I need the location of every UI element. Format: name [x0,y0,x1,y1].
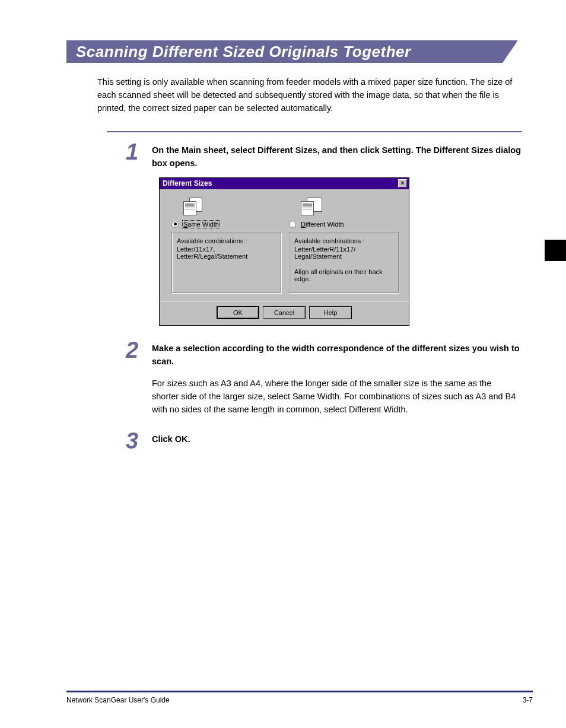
side-tab [545,240,566,261]
section-header: Scanning Different Sized Originals Toget… [66,40,517,63]
same-width-radio[interactable] [171,221,179,228]
footer-right: 3-7 [523,696,533,704]
different-width-label[interactable]: Different Width [300,220,345,228]
step-3: 3 Click OK. [126,430,533,452]
diff-combo-line1: Letter/LetterR/11x17/ [294,246,394,253]
same-combo-line2: LetterR/Legal/Statement [177,253,276,260]
step-text: Make a selection according to the width … [152,339,533,368]
step-text: Click OK. [152,430,190,446]
same-width-option: Same Width Available combinations : Lett… [168,198,285,294]
footer-left: Network ScanGear User's Guide [66,696,170,704]
same-combo-line1: Letter/11x17, [177,246,276,253]
same-combo-label: Available combinations : [177,237,276,244]
step-number: 2 [126,339,152,361]
step-2-paragraph: For sizes such as A3 and A4, where the l… [152,377,520,416]
intro-paragraph: This setting is only available when scan… [97,76,513,115]
diff-combo-label: Available combinations : [294,237,394,244]
step-number: 3 [126,430,152,452]
different-width-radio[interactable] [289,221,296,228]
ok-button[interactable]: OK [217,306,259,319]
dialog-titlebar: Different Sizes × [160,178,409,189]
step-2: 2 Make a selection according to the widt… [126,339,533,368]
cancel-button[interactable]: Cancel [263,306,306,319]
step-1: 1 On the Main sheet, select Different Si… [126,141,533,170]
different-sizes-dialog: Different Sizes × Same Width [159,177,409,326]
section-title: Scanning Different Sized Originals Toget… [76,43,411,61]
different-width-option: Different Width Available combinations :… [285,198,403,294]
help-button[interactable]: Help [309,306,352,319]
step-text: On the Main sheet, select Different Size… [152,141,533,170]
page-footer: Network ScanGear User's Guide 3-7 [66,691,533,704]
align-note-line2: edge. [294,275,394,282]
dialog-title: Different Sizes [163,179,212,187]
same-width-group: Available combinations : Letter/11x17, L… [171,232,282,294]
different-width-icon [301,198,322,215]
divider [107,131,522,132]
diff-combo-line2: Legal/Statement [294,253,394,260]
same-width-label[interactable]: Same Width [182,220,220,228]
same-width-icon [183,198,205,215]
different-width-group: Available combinations : Letter/LetterR/… [289,232,399,294]
step-number: 1 [126,141,152,163]
align-note-line1: Align all originals on their back [294,268,394,275]
close-icon[interactable]: × [398,179,407,187]
